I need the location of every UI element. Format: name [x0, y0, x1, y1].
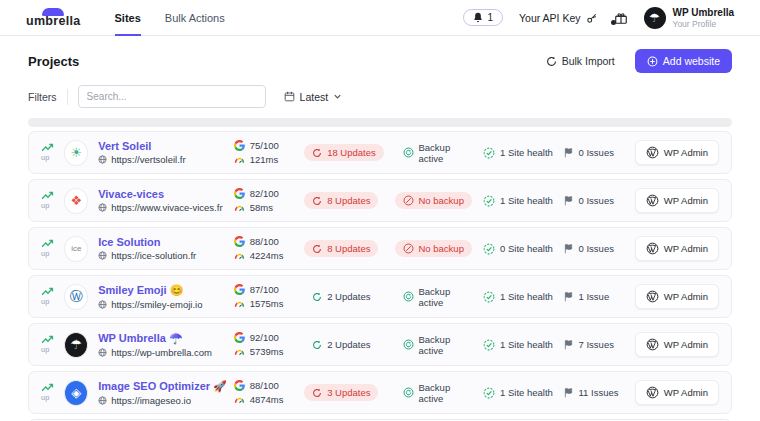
updates-label: 18 Updates — [327, 147, 376, 158]
top-navbar: umbrella Sites Bulk Actions 1 Your API K… — [0, 0, 760, 36]
updates-badge[interactable]: 18 Updates — [304, 144, 384, 161]
response-time: 4224ms — [234, 250, 304, 261]
gauge-icon — [234, 156, 245, 164]
wp-admin-button[interactable]: WP Admin — [635, 284, 719, 309]
google-icon — [234, 284, 245, 295]
updates-badge[interactable]: 2 Updates — [304, 288, 378, 305]
response-time-value: 4874ms — [250, 394, 284, 405]
bulk-import-button[interactable]: Bulk Import — [536, 49, 625, 73]
issues[interactable]: 0 Issues — [563, 243, 614, 254]
wordpress-icon — [646, 194, 659, 207]
wp-admin-button[interactable]: WP Admin — [635, 236, 719, 261]
issues[interactable]: 1 Issue — [563, 291, 610, 302]
site-name-link[interactable]: WP Umbrella ☂️ — [98, 332, 234, 345]
google-icon — [234, 332, 245, 343]
updates-badge[interactable]: 8 Updates — [304, 240, 378, 257]
updates-label: 2 Updates — [327, 339, 370, 350]
response-time: 1575ms — [234, 298, 304, 309]
backup-label: Backup active — [419, 382, 476, 404]
backup-badge[interactable]: No backup — [395, 192, 472, 209]
api-key-button[interactable]: Your API Key — [519, 12, 598, 24]
backup-ok-icon — [403, 387, 414, 398]
check-circle-icon — [483, 387, 495, 399]
updates-cell: 3 Updates — [304, 384, 394, 401]
site-health[interactable]: 0 Site health — [483, 243, 553, 255]
issues-cell: 0 Issues — [563, 243, 635, 254]
issues[interactable]: 0 Issues — [563, 195, 614, 206]
uptime-status: up — [41, 239, 64, 258]
backup-badge[interactable]: Backup active — [395, 139, 484, 167]
site-health[interactable]: 1 Site health — [483, 195, 553, 207]
site-url[interactable]: https://smiley-emoji.io — [98, 299, 234, 310]
pagespeed-value: 82/100 — [250, 188, 279, 199]
site-url[interactable]: https://wp-umbrella.com — [98, 347, 234, 358]
site-name-link[interactable]: Image SEO Optimizer 🚀 — [98, 380, 234, 393]
response-time-value: 58ms — [250, 202, 273, 213]
tab-sites-label: Sites — [115, 12, 141, 24]
profile-menu[interactable]: ☂ WP Umbrella Your Profile — [644, 7, 735, 29]
notifications-count: 1 — [487, 12, 493, 23]
wp-admin-label: WP Admin — [664, 243, 708, 254]
wp-admin-button[interactable]: WP Admin — [635, 332, 719, 357]
updates-badge[interactable]: 8 Updates — [304, 192, 378, 209]
updates-label: 8 Updates — [327, 243, 370, 254]
site-url[interactable]: https://ice-solution.fr — [98, 250, 234, 261]
issues[interactable]: 0 Issues — [563, 147, 614, 158]
divider — [67, 89, 68, 105]
site-health[interactable]: 1 Site health — [483, 291, 553, 303]
notifications-button[interactable]: 1 — [463, 9, 503, 26]
pagespeed-value: 75/100 — [250, 140, 279, 151]
projects-list: up ☀ Vert Soleil https://vertsoleil.fr 7… — [28, 131, 732, 421]
project-row: up ice Ice Solution https://ice-solution… — [28, 227, 732, 270]
site-favicon: ◈ — [64, 380, 88, 406]
whats-new-button[interactable] — [614, 11, 628, 25]
uptime-status: up — [41, 335, 64, 354]
site-url-text: https://wp-umbrella.com — [111, 347, 212, 358]
health-cell: 0 Site health — [483, 243, 563, 255]
site-health[interactable]: 1 Site health — [483, 147, 553, 159]
site-health[interactable]: 1 Site health — [483, 339, 553, 351]
site-url[interactable]: https://vertsoleil.fr — [98, 154, 234, 165]
site-identity: WP Umbrella ☂️ https://wp-umbrella.com — [98, 332, 234, 358]
backup-badge[interactable]: Backup active — [395, 379, 484, 407]
site-url[interactable]: https://www.vivace-vices.fr — [98, 202, 234, 213]
updates-badge[interactable]: 3 Updates — [304, 384, 378, 401]
site-health[interactable]: 1 Site health — [483, 387, 553, 399]
site-name-link[interactable]: Vivace-vices — [98, 188, 234, 200]
backup-badge[interactable]: Backup active — [395, 331, 484, 359]
updates-cell: 8 Updates — [304, 192, 394, 209]
updates-badge[interactable]: 2 Updates — [304, 336, 378, 353]
search-input[interactable] — [78, 85, 266, 108]
site-url[interactable]: https://imageseo.io — [98, 395, 234, 406]
filters-toggle[interactable]: Filters — [28, 91, 57, 103]
issues[interactable]: 11 Issues — [563, 387, 619, 398]
wp-admin-label: WP Admin — [664, 195, 708, 206]
site-name-link[interactable]: Ice Solution — [98, 236, 234, 248]
wp-admin-button[interactable]: WP Admin — [635, 140, 719, 165]
site-name-link[interactable]: Smiley Emoji 😊 — [98, 284, 234, 297]
site-identity: Vert Soleil https://vertsoleil.fr — [98, 140, 234, 165]
wp-admin-button[interactable]: WP Admin — [635, 188, 719, 213]
globe-icon — [98, 203, 107, 212]
uptime-status: up — [41, 383, 64, 402]
backup-badge[interactable]: Backup active — [395, 283, 484, 311]
project-row: up ❖ Vivace-vices https://www.vivace-vic… — [28, 179, 732, 222]
issues-label: 0 Issues — [579, 243, 614, 254]
add-website-button[interactable]: Add website — [635, 49, 732, 73]
site-name-link[interactable]: Vert Soleil — [98, 140, 234, 152]
pagespeed-score: 75/100 — [234, 140, 304, 151]
page-header: Projects Bulk Import Add website — [28, 49, 732, 73]
tab-bulk-actions[interactable]: Bulk Actions — [165, 0, 225, 36]
wp-admin-button[interactable]: WP Admin — [635, 380, 719, 405]
gauge-icon — [234, 252, 245, 260]
issues[interactable]: 7 Issues — [563, 339, 614, 350]
issues-cell: 1 Issue — [563, 291, 635, 302]
tab-sites[interactable]: Sites — [115, 0, 141, 36]
site-health-label: 0 Site health — [500, 243, 553, 254]
flag-icon — [563, 195, 574, 206]
umbrella-logo[interactable]: umbrella — [26, 8, 81, 28]
backup-badge[interactable]: No backup — [395, 240, 472, 257]
uptime-label: up — [41, 297, 49, 306]
key-icon — [586, 12, 598, 24]
sort-dropdown[interactable]: Latest — [284, 91, 343, 103]
